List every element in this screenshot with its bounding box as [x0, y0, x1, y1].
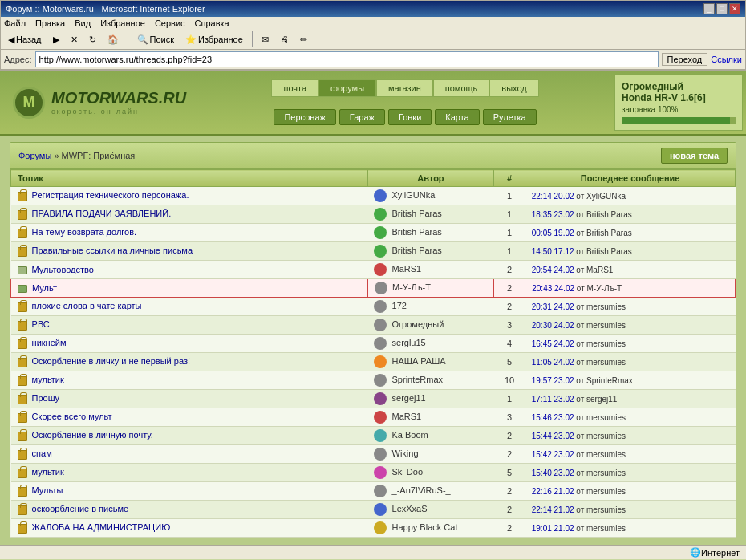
forward-button[interactable]: ▶ — [49, 32, 63, 47]
table-row[interactable]: Регистрация технического персонажа. Xyli… — [11, 187, 736, 205]
mail-button[interactable]: ✉ — [257, 32, 273, 47]
topic-link[interactable]: плохие слова в чате карты — [32, 301, 142, 310]
home-button[interactable]: 🏠 — [103, 32, 123, 47]
print-button[interactable]: 🖨 — [276, 32, 293, 47]
links-button[interactable]: Ссылки — [711, 55, 742, 64]
topic-link[interactable]: мультик — [32, 375, 64, 384]
topic-link[interactable]: Мультоводство — [32, 265, 94, 274]
topic-link[interactable]: РВС — [32, 319, 50, 329]
topic-link[interactable]: спам — [32, 448, 52, 458]
last-msg-link[interactable]: 22:16 21.02 — [532, 487, 574, 496]
last-msg-link[interactable]: 00:05 19.02 — [532, 229, 574, 237]
topic-link[interactable]: ПРАВИЛА ПОДАЧИ ЗАЯВЛЕНИЙ. — [32, 209, 172, 218]
topic-cell: никнейм — [11, 335, 368, 353]
table-row[interactable]: Скорее всего мульт MaRS1 3 15:46 23.02 о… — [11, 408, 736, 427]
topic-link[interactable]: Правильные ссылки на личные письма — [32, 246, 193, 255]
nav-map[interactable]: Карта — [435, 109, 479, 125]
topic-link[interactable]: Прошу — [32, 393, 59, 403]
table-row[interactable]: плохие слова в чате карты 172 2 20:31 24… — [11, 298, 736, 316]
stop-button[interactable]: ✕ — [67, 32, 82, 47]
search-button[interactable]: 🔍 Поиск — [133, 32, 178, 47]
last-msg-link[interactable]: 22:14 21.02 — [532, 505, 574, 514]
table-row[interactable]: оскоорбление в письме LexXxaS 2 22:14 21… — [11, 501, 736, 519]
nav-roulette[interactable]: Рулетка — [483, 109, 537, 125]
topic-link[interactable]: Оскорбление в личку и не первый раз! — [32, 356, 190, 366]
nav-garage[interactable]: Гараж — [339, 109, 385, 125]
minimize-button[interactable]: _ — [703, 3, 715, 14]
avatar — [374, 300, 387, 313]
topic-link[interactable]: Оскорбление в личную почту. — [32, 430, 153, 440]
topic-link[interactable]: мультик — [32, 467, 64, 477]
last-msg-link[interactable]: 16:45 24.02 — [532, 339, 574, 348]
topic-link[interactable]: Мульт — [32, 283, 57, 293]
menu-help[interactable]: Справка — [195, 18, 229, 28]
favorites-button[interactable]: ⭐ Избранное — [181, 32, 247, 47]
menu-tools[interactable]: Сервис — [155, 18, 185, 28]
table-row[interactable]: мультик Ski Doo 5 15:40 23.02 от mersumi… — [11, 464, 736, 482]
nav-help[interactable]: помощь — [433, 79, 490, 97]
avatar — [374, 411, 387, 424]
table-row[interactable]: Прошу sergej11 1 17:11 23.02 от sergej11 — [11, 390, 736, 408]
nav-char[interactable]: Персонаж — [274, 109, 335, 125]
table-row[interactable]: Мульты _-An7IViRuS-_ 2 22:16 21.02 от me… — [11, 482, 736, 501]
address-input[interactable] — [35, 51, 659, 67]
table-row[interactable]: ПРАВИЛА ПОДАЧИ ЗАЯВЛЕНИЙ. British Paras … — [11, 205, 736, 224]
table-row[interactable]: На тему возврата долгов. British Paras 1… — [11, 224, 736, 242]
table-row[interactable]: никнейм serglu15 4 16:45 24.02 от mersum… — [11, 335, 736, 353]
forum-scroll-area[interactable]: Топик Автор # Последнее сообщение Регист… — [10, 169, 736, 538]
table-row[interactable]: мультик SprinteRmax 10 19:57 23.02 от Sp… — [11, 371, 736, 390]
nav-exit[interactable]: выход — [489, 79, 538, 97]
topic-link[interactable]: оскоорбление в письме — [32, 504, 129, 513]
last-msg-link[interactable]: 15:44 23.02 — [532, 432, 574, 440]
menu-favorites[interactable]: Избранное — [100, 18, 145, 28]
last-msg-link[interactable]: 11:05 24.02 — [532, 358, 574, 367]
refresh-button[interactable]: ↻ — [85, 32, 100, 47]
topic-cell: Регистрация технического персонажа. — [11, 187, 368, 205]
breadcrumb-forums-link[interactable]: Форумы — [18, 151, 51, 160]
last-msg-link[interactable]: 20:30 24.02 — [532, 321, 574, 330]
last-msg-link[interactable]: 15:40 23.02 — [532, 469, 574, 477]
menu-edit[interactable]: Правка — [35, 18, 65, 28]
lock-icon — [18, 247, 27, 257]
topic-link[interactable]: ЖАЛОБА НА АДМИНИСТРАЦИЮ — [32, 522, 171, 532]
last-msg-link[interactable]: 19:57 23.02 — [532, 376, 574, 385]
table-row[interactable]: спам Wiking 2 15:42 23.02 от mersumies — [11, 445, 736, 464]
table-row[interactable]: РВС Огромедный 3 20:30 24.02 от mersumie… — [11, 316, 736, 335]
close-button[interactable]: ✕ — [729, 3, 740, 14]
table-row[interactable]: ЖАЛОБА НА АДМИНИСТРАЦИЮ Happy Black Cat … — [11, 519, 736, 538]
topic-link[interactable]: Регистрация технического персонажа. — [32, 190, 189, 200]
avatar — [374, 208, 387, 221]
back-button[interactable]: ◀ Назад — [4, 32, 46, 47]
last-msg-text: 14:50 17.12 от British Paras — [532, 247, 632, 256]
edit-button[interactable]: ✏ — [296, 32, 311, 47]
nav-shop[interactable]: магазин — [376, 79, 433, 97]
topic-link[interactable]: никнейм — [32, 338, 67, 347]
go-button[interactable]: Переход — [662, 53, 708, 66]
nav-mail[interactable]: почта — [271, 79, 318, 97]
table-row[interactable]: Оскорбление в личку и не первый раз! НАШ… — [11, 353, 736, 371]
topic-link[interactable]: Мульты — [32, 485, 63, 495]
last-msg-link[interactable]: 14:50 17.12 — [532, 247, 574, 256]
menu-file[interactable]: Файл — [4, 18, 26, 28]
last-msg-link[interactable]: 20:54 24.02 — [532, 266, 574, 274]
last-msg-link[interactable]: 15:42 23.02 — [532, 450, 574, 459]
last-msg-link[interactable]: 20:31 24.02 — [532, 302, 574, 311]
menu-view[interactable]: Вид — [75, 18, 91, 28]
nav-races[interactable]: Гонки — [388, 109, 432, 125]
author-name: MaRS1 — [392, 264, 422, 274]
table-row[interactable]: Правильные ссылки на личные письма Briti… — [11, 242, 736, 261]
table-row[interactable]: Мультоводство MaRS1 2 20:54 24.02 от MaR… — [11, 261, 736, 279]
new-topic-button[interactable]: новая тема — [661, 148, 728, 164]
table-row[interactable]: Оскорбление в личную почту. Ka Boom 2 15… — [11, 427, 736, 445]
maximize-button[interactable]: □ — [716, 3, 728, 14]
last-msg-link[interactable]: 19:01 21.02 — [532, 524, 574, 533]
last-msg-link[interactable]: 20:43 24.02 — [532, 284, 574, 293]
topic-link[interactable]: На тему возврата долгов. — [32, 227, 137, 237]
topic-link[interactable]: Скорее всего мульт — [32, 412, 112, 421]
last-msg-link[interactable]: 15:46 23.02 — [532, 413, 574, 422]
last-msg-link[interactable]: 18:35 23.02 — [532, 210, 574, 219]
table-row[interactable]: Мульт М-У-Лъ-Т 2 20:43 24.02 от М-У-Лъ-Т — [11, 279, 736, 298]
last-msg-link[interactable]: 22:14 20.02 — [532, 192, 574, 201]
last-msg-link[interactable]: 17:11 23.02 — [532, 395, 574, 404]
nav-forums[interactable]: форумы — [318, 79, 376, 97]
